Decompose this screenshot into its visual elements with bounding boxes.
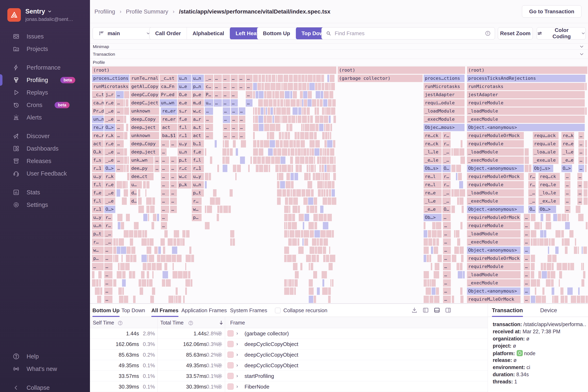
flame-frame-small[interactable] xyxy=(283,83,287,90)
flame-frame-small[interactable] xyxy=(138,206,144,213)
flame-frame-small[interactable] xyxy=(264,140,269,148)
breadcrumb-profile-summary[interactable]: Profile Summary xyxy=(126,8,168,15)
flame-frame[interactable]: deep…ject xyxy=(130,124,159,131)
flame-frame[interactable]: _execModule xyxy=(467,279,521,287)
flame-frame-small[interactable] xyxy=(156,263,162,270)
flame-frame-small[interactable] xyxy=(138,189,140,196)
flame-frame-small[interactable] xyxy=(322,279,324,287)
flame-frame-small[interactable] xyxy=(124,230,129,238)
flame-frame-small[interactable] xyxy=(330,132,331,139)
flame-frame-small[interactable] xyxy=(584,198,588,205)
flame-frame[interactable]: _…e xyxy=(104,148,115,156)
flame-frame-small[interactable] xyxy=(570,230,574,238)
flame-frame[interactable]: r…e xyxy=(104,140,115,148)
flame-frame[interactable]: … xyxy=(170,156,177,164)
flame-frame-small[interactable] xyxy=(279,132,281,139)
flame-frame-small[interactable] xyxy=(258,99,263,106)
flame-frame-small[interactable] xyxy=(322,132,324,139)
flame-frame-small[interactable] xyxy=(124,99,125,106)
flame-frame[interactable]: _execModule xyxy=(424,116,465,123)
flame-frame-small[interactable] xyxy=(565,296,568,303)
flame-frame-small[interactable] xyxy=(460,296,464,303)
flame-frame-small[interactable] xyxy=(303,108,306,115)
flame-frame-small[interactable] xyxy=(303,198,307,205)
chevron-right-icon[interactable]: › xyxy=(236,362,238,368)
flame-frame-small[interactable] xyxy=(462,206,464,213)
flame-frame-small[interactable] xyxy=(557,263,562,270)
flame-frame[interactable]: _e…e xyxy=(424,206,442,213)
flame-frame-small[interactable] xyxy=(251,156,252,164)
flame-frame-small[interactable] xyxy=(117,271,122,278)
flame-frame-small[interactable] xyxy=(540,222,542,229)
flame-frame[interactable]: act xyxy=(92,140,104,148)
flame-frame-small[interactable] xyxy=(273,116,274,123)
flame-frame-small[interactable] xyxy=(305,132,309,139)
flame-frame[interactable]: a…t xyxy=(192,124,204,131)
flame-frame[interactable]: … xyxy=(577,189,582,196)
flame-frame-small[interactable] xyxy=(298,116,301,123)
frame-name[interactable]: FiberNode xyxy=(245,384,269,390)
flame-frame[interactable]: … xyxy=(116,165,124,172)
flame-frame-small[interactable] xyxy=(257,83,261,90)
flame-frame-small[interactable] xyxy=(321,173,322,180)
flame-frame-small[interactable] xyxy=(277,99,280,106)
flame-frame-small[interactable] xyxy=(307,108,310,115)
flame-frame-small[interactable] xyxy=(276,108,281,115)
flame-frame[interactable]: Ob…s> xyxy=(424,165,442,172)
flame-frame[interactable]: … xyxy=(577,198,582,205)
flame-frame[interactable]: … xyxy=(170,173,177,180)
flame-frame-small[interactable] xyxy=(309,173,310,180)
flame-frame-small[interactable] xyxy=(578,214,584,221)
flame-frame-small[interactable] xyxy=(289,140,293,148)
flame-frame-small[interactable] xyxy=(140,288,143,295)
flame-frame-small[interactable] xyxy=(315,246,317,254)
flame-frame-small[interactable] xyxy=(330,148,334,156)
flame-frame-small[interactable] xyxy=(424,246,429,254)
flame-frame-small[interactable] xyxy=(305,156,308,164)
flame-frame-small[interactable] xyxy=(314,222,317,229)
flame-frame-small[interactable] xyxy=(438,255,442,262)
flame-frame-small[interactable] xyxy=(273,148,277,156)
flame-frame-small[interactable] xyxy=(185,279,190,287)
flame-frame-small[interactable] xyxy=(147,246,151,254)
flame-frame-small[interactable] xyxy=(287,108,290,115)
flame-frame-small[interactable] xyxy=(309,246,314,254)
flame-frame-small[interactable] xyxy=(215,198,220,205)
flame-frame-small[interactable] xyxy=(287,173,290,180)
flame-frame[interactable]: re…ck xyxy=(424,140,442,148)
flame-frame-small[interactable] xyxy=(332,279,333,287)
flame-frame-small[interactable] xyxy=(288,214,292,221)
flame-frame[interactable]: u…n xyxy=(178,148,191,156)
flame-frame-small[interactable] xyxy=(277,173,278,180)
flame-frame[interactable]: … xyxy=(565,181,571,188)
flame-frame[interactable]: requireModule xyxy=(467,140,524,148)
flame-frame-small[interactable] xyxy=(304,238,308,246)
flame-frame-small[interactable] xyxy=(282,116,288,123)
frame-settings-gear-icon[interactable] xyxy=(217,341,223,347)
flame-frame-small[interactable] xyxy=(451,165,456,172)
flame-frame-small[interactable] xyxy=(561,296,564,303)
flame-frame[interactable]: act xyxy=(161,124,177,131)
flame-frame-small[interactable] xyxy=(584,189,588,196)
flame-frame[interactable]: dee…ct xyxy=(130,173,154,180)
flame-frame-small[interactable] xyxy=(542,296,546,303)
flame-frame-small[interactable] xyxy=(265,156,271,164)
flame-frame[interactable]: _… xyxy=(442,156,451,164)
flame-frame-small[interactable] xyxy=(308,91,312,98)
flame-frame[interactable]: … xyxy=(116,124,124,131)
flame-frame-small[interactable] xyxy=(130,238,133,246)
flame-frame-small[interactable] xyxy=(284,279,287,287)
flame-frame[interactable]: r… xyxy=(104,214,112,221)
flame-frame-small[interactable] xyxy=(424,222,425,229)
flame-frame-small[interactable] xyxy=(259,124,264,131)
flame-frame-small[interactable] xyxy=(318,83,321,90)
flame-frame[interactable]: … xyxy=(170,189,177,196)
flame-frame-small[interactable] xyxy=(531,255,535,262)
reset-zoom-button[interactable]: Reset Zoom xyxy=(498,27,533,40)
flame-frame-small[interactable] xyxy=(185,263,186,270)
flame-frame-small[interactable] xyxy=(434,296,439,303)
flame-frame[interactable]: c… xyxy=(204,83,213,90)
flame-frame-small[interactable] xyxy=(258,108,260,115)
flame-frame[interactable]: _lo…le xyxy=(539,189,560,196)
flame-frame-small[interactable] xyxy=(289,75,293,82)
